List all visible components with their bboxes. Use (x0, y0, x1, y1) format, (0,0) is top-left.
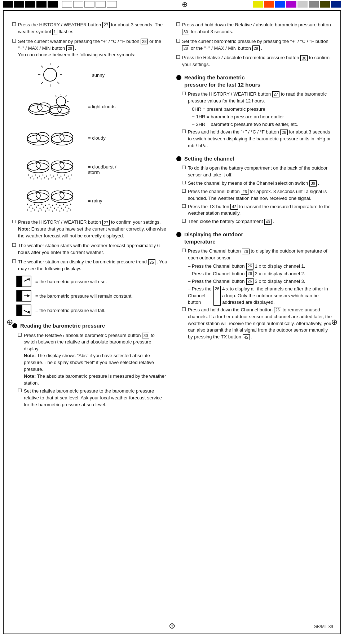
page-border: ⊕ ⊕ ⊕ Press the HISTORY / WEATHER button… (3, 10, 341, 634)
btn-26-1: 26 (241, 189, 248, 194)
svg-point-84 (50, 207, 52, 208)
right-bullet-text-1: Press and hold down the Relative / absol… (182, 22, 332, 35)
svg-point-73 (56, 204, 57, 205)
od-sub-3-t2: 4 x to display all the channels one afte… (222, 286, 332, 306)
12h-bullet-text-2: Press and hold down the "+" / °C / °F bu… (188, 129, 332, 149)
section-outdoor-heading: Displaying the outdoor temperature (176, 231, 332, 245)
svg-point-98 (56, 210, 57, 211)
btn-42-1: 42 (230, 204, 238, 210)
baro-label-constant: = the barometric pressure will remain co… (35, 293, 133, 299)
svg-point-35 (32, 176, 33, 177)
svg-point-49 (37, 178, 38, 179)
weather-icon-cloudburst (19, 156, 84, 183)
section-dot-channel (176, 156, 181, 161)
od-sub-0-t1: – Press the Channel button (188, 263, 245, 270)
svg-point-80 (36, 207, 37, 208)
svg-point-71 (49, 204, 50, 205)
weather-label-light-clouds: = light clouds (88, 104, 115, 109)
svg-point-91 (31, 211, 32, 212)
compass-right-icon: ⊕ (331, 317, 338, 327)
od-b2-t1: Press and hold down the Channel button (188, 307, 273, 312)
right-column: Press and hold down the Relative / absol… (176, 22, 332, 410)
main-content: Press the HISTORY / WEATHER button 27 fo… (12, 18, 332, 410)
ch-bullet-text-4: Press the TX button 42 to transmit the m… (188, 203, 332, 217)
svg-point-44 (64, 175, 65, 176)
weather-row-light-clouds: = light clouds (19, 93, 168, 120)
outdoor-sub-bullets: – Press the Channel button 26 1 x to dis… (188, 263, 332, 306)
black-seg-1 (3, 1, 13, 8)
12h-bullet-text-1: Press the HISTORY / WEATHER button 27 to… (188, 91, 332, 105)
outdoor-bullets: Press the Channel button 26 to display t… (182, 248, 332, 341)
od-sq-2 (182, 307, 186, 311)
bullet1-text3: flashes. (58, 29, 75, 34)
12h-sq-1 (182, 92, 186, 95)
ch-bullet-4: Press the TX button 42 to transmit the m… (182, 203, 332, 217)
svg-point-25 (51, 133, 64, 143)
reading-bullet-2: Set the relative barometric pressure to … (18, 388, 168, 408)
btn-1: 1 (52, 29, 57, 35)
12h-bullets: Press the HISTORY / WEATHER button 27 to… (182, 91, 332, 149)
ch-b5-t1: Then close the battery compartment (188, 219, 263, 224)
svg-point-48 (34, 179, 35, 180)
btn-26-3: 26 (274, 307, 281, 313)
svg-point-56 (62, 179, 63, 180)
top-decoration-bar: ⊕ (0, 0, 344, 9)
reading-sq-1 (18, 333, 22, 337)
white-seg-1 (62, 1, 72, 8)
baro-label-rise: = the barometric pressure will rise. (35, 279, 107, 284)
svg-rect-104 (17, 276, 22, 287)
btn-39: 39 (309, 180, 317, 186)
weather-symbols: = sunny (19, 62, 168, 214)
svg-point-28 (27, 161, 40, 170)
ch-bullet-text-3: Press the channel button 26 for approx. … (188, 188, 332, 202)
od-sub-3-t1: – Press the Channel button (188, 286, 212, 306)
btn-42-2: 42 (243, 334, 250, 340)
ch-bullet-2: Set the channel by means of the Channel … (182, 180, 332, 187)
black-seg-2 (14, 1, 24, 8)
channel-bullets: To do this open the battery compartment … (182, 165, 332, 225)
od-sub-0-t2: 1 x to display channel 1. (255, 263, 305, 270)
od-bullet-text-2: Press and hold down the Channel button 2… (188, 307, 332, 341)
ch-bullet-text-5: Then close the battery compartment 40 . (188, 218, 332, 225)
btn-26-2: 26 (242, 249, 249, 254)
od-bullet-2: Press and hold down the Channel button 2… (182, 307, 332, 341)
note1-text: Ensure that you have set the current wea… (18, 226, 166, 238)
ch-sq-1 (182, 166, 186, 169)
color-seg-yellow (253, 1, 263, 8)
svg-point-69 (41, 204, 43, 205)
right-sq-1 (176, 22, 180, 26)
svg-point-27 (27, 163, 49, 173)
ch-bullet-text-1: To do this open the battery compartment … (188, 165, 332, 179)
color-seg-gray (309, 1, 319, 8)
white-seg-4 (96, 1, 106, 8)
baro-row-rise: = the barometric pressure will rise. (16, 275, 168, 288)
section-channel-title: Setting the channel (184, 155, 234, 162)
right-bullet-text-3: Press the Relative / absolute barometric… (182, 54, 332, 68)
btn-25: 25 (148, 259, 155, 265)
svg-point-51 (44, 178, 45, 179)
section-title-12h: Reading the barometric pressure for the … (184, 74, 260, 88)
svg-point-79 (32, 208, 34, 209)
bullet-square-4 (12, 243, 16, 247)
od-sub-1: – Press the Channel button 26 2 x to dis… (188, 271, 332, 277)
svg-point-92 (34, 210, 35, 211)
bullet5-text1: The weather station can display the baro… (18, 259, 147, 264)
svg-point-45 (68, 176, 69, 177)
svg-point-62 (51, 193, 73, 203)
bullet-item-4: The weather station starts with the weat… (12, 242, 168, 256)
btn-28-3: 28 (280, 130, 287, 135)
left-column: Press the HISTORY / WEATHER button 27 fo… (12, 22, 168, 410)
btn-26-sub3: 26 (213, 286, 221, 306)
right-bullet-2: Set the current barometric pressure by p… (176, 38, 332, 52)
svg-point-39 (46, 176, 47, 177)
svg-marker-110 (27, 294, 30, 297)
12h-b2-t1: Press and hold down the "+" / °C / °F bu… (188, 129, 279, 135)
svg-point-54 (55, 179, 56, 180)
12h-sq-2 (182, 130, 186, 133)
od-sub-2-t1: – Press the Channel button (188, 278, 245, 285)
rb1-note1: The display shows "Abs" if you have sele… (24, 353, 154, 372)
od-bullet-1: Press the Channel button 26 to display t… (182, 248, 332, 262)
reading-bullet-1: Press the Relative / absolute barometric… (18, 332, 168, 387)
ch-b2-t2: . (318, 180, 319, 186)
bullet-square-1 (12, 22, 16, 26)
